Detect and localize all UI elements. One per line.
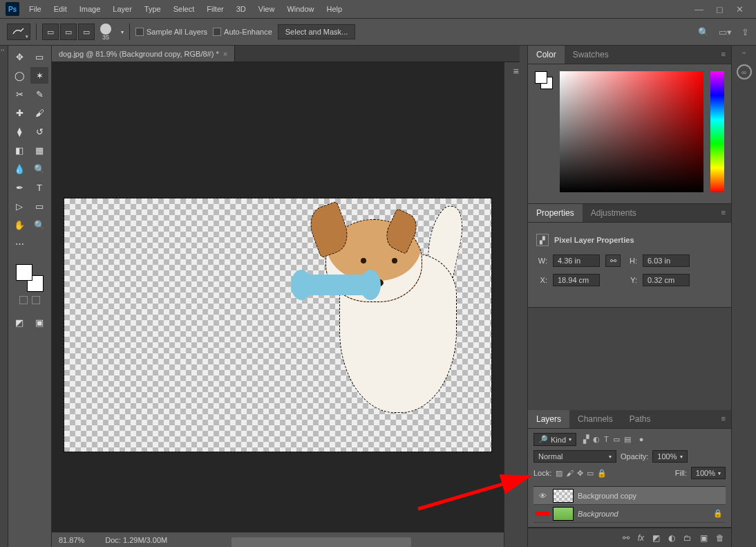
horizontal-scrollbar[interactable]	[231, 537, 411, 547]
new-selection-icon[interactable]: ▭	[42, 24, 59, 40]
delete-layer-icon[interactable]: 🗑	[716, 533, 724, 543]
window-minimize-icon[interactable]: —	[694, 4, 703, 15]
new-layer-icon[interactable]: ▣	[700, 533, 708, 543]
lock-transparency-icon[interactable]: ▨	[556, 469, 563, 478]
visibility-toggle-icon[interactable]: 👁	[536, 492, 549, 500]
add-mask-icon[interactable]: ◩	[652, 533, 660, 543]
collapsed-dock-strip[interactable]: ≡	[504, 46, 528, 547]
prop-w-field[interactable]: 4.36 in	[553, 254, 600, 267]
close-tab-icon[interactable]: ×	[223, 50, 227, 58]
layers-panel-menu-icon[interactable]: ≡	[716, 410, 731, 428]
filter-smart-icon[interactable]: ▤	[624, 435, 631, 444]
filter-pixel-icon[interactable]: ▞	[583, 435, 589, 444]
sample-all-layers-checkbox[interactable]: Sample All Layers	[135, 28, 207, 36]
status-zoom[interactable]: 81.87%	[59, 536, 84, 544]
link-dimensions-icon[interactable]: ⚯	[605, 254, 621, 267]
lock-position-icon[interactable]: ✥	[577, 469, 583, 478]
status-doc-size[interactable]: Doc: 1.29M/3.00M	[105, 536, 167, 544]
prop-x-field[interactable]: 18.94 cm	[553, 274, 600, 286]
prop-y-field[interactable]: 0.32 cm	[643, 274, 690, 286]
gradient-tool-icon[interactable]: ▦	[30, 142, 48, 158]
layer-name-label[interactable]: Background	[578, 510, 709, 518]
layers-tab[interactable]: Layers	[528, 410, 569, 428]
menu-window[interactable]: Window	[281, 2, 319, 16]
current-tool-icon[interactable]: ▾	[7, 24, 30, 40]
swatches-tab[interactable]: Swatches	[565, 46, 617, 64]
creative-cloud-icon[interactable]: ∞	[737, 64, 752, 80]
dodge-tool-icon[interactable]: 🔍	[30, 160, 48, 177]
workspace-switcher-icon[interactable]: ▭▾	[719, 27, 732, 37]
move-tool-icon[interactable]: ✥	[10, 48, 28, 65]
lasso-tool-icon[interactable]: ◯	[10, 67, 28, 84]
far-right-dock-strip[interactable]: ∞	[732, 46, 756, 547]
lock-paint-icon[interactable]: 🖌	[566, 469, 574, 478]
window-close-icon[interactable]: ✕	[736, 4, 744, 15]
blend-mode-dropdown[interactable]: Normal▾	[533, 450, 616, 463]
color-tab[interactable]: Color	[528, 46, 565, 64]
quick-mask-icon[interactable]: ◩	[10, 314, 28, 331]
menu-edit[interactable]: Edit	[48, 2, 73, 16]
properties-tab[interactable]: Properties	[528, 204, 583, 222]
properties-panel-menu-icon[interactable]: ≡	[716, 204, 731, 222]
lock-all-icon[interactable]: 🔒	[597, 469, 607, 478]
color-field[interactable]	[560, 71, 703, 192]
menu-view[interactable]: View	[253, 2, 281, 16]
path-selection-tool-icon[interactable]: ▷	[10, 198, 28, 214]
menu-image[interactable]: Image	[74, 2, 106, 16]
search-icon[interactable]: 🔍	[698, 27, 709, 37]
new-group-icon[interactable]: 🗀	[683, 533, 692, 543]
edit-toolbar-icon[interactable]: ⋯	[10, 235, 28, 252]
swap-colors-icon[interactable]	[32, 296, 40, 304]
menu-type[interactable]: Type	[139, 2, 167, 16]
pen-tool-icon[interactable]: ✒	[10, 179, 28, 196]
filter-adjustment-icon[interactable]: ◐	[593, 435, 600, 444]
history-brush-tool-icon[interactable]: ↺	[30, 123, 48, 140]
filter-toggle-icon[interactable]: ●	[639, 435, 644, 444]
menu-help[interactable]: Help	[321, 2, 348, 16]
layer-row-background-copy[interactable]: 👁 Background copy	[533, 487, 726, 505]
type-tool-icon[interactable]: T	[30, 179, 48, 196]
history-panel-icon[interactable]: ≡	[509, 66, 523, 80]
layer-fx-icon[interactable]: fx	[638, 533, 644, 543]
prop-h-field[interactable]: 6.03 in	[643, 254, 690, 267]
brush-tool-icon[interactable]: 🖌	[30, 104, 48, 121]
new-adjustment-icon[interactable]: ◐	[668, 533, 675, 543]
shape-tool-icon[interactable]: ▭	[30, 198, 48, 214]
left-dock-strip[interactable]	[0, 46, 8, 547]
screen-mode-icon[interactable]: ▣	[30, 314, 48, 331]
link-layers-icon[interactable]: ⚯	[623, 533, 630, 543]
layer-filter-dropdown[interactable]: 🔎Kind▾	[533, 433, 576, 446]
menu-filter[interactable]: Filter	[201, 2, 229, 16]
layer-lock-icon[interactable]: 🔒	[713, 509, 723, 518]
menu-3d[interactable]: 3D	[231, 2, 252, 16]
lock-artboard-icon[interactable]: ▭	[587, 469, 594, 478]
foreground-background-swatch[interactable]	[16, 264, 44, 292]
window-maximize-icon[interactable]: ◻	[716, 4, 724, 15]
clone-stamp-tool-icon[interactable]: ⧫	[10, 123, 28, 140]
document-tab[interactable]: dog.jpg @ 81.9% (Background copy, RGB/8#…	[52, 46, 235, 62]
color-panel-swatch[interactable]	[535, 71, 553, 89]
auto-enhance-checkbox[interactable]: Auto-Enhance	[213, 28, 272, 36]
layer-thumbnail[interactable]	[553, 507, 574, 521]
layer-thumbnail[interactable]	[553, 489, 574, 503]
color-panel-menu-icon[interactable]: ≡	[716, 46, 731, 64]
select-and-mask-button[interactable]: Select and Mask...	[278, 24, 356, 39]
menu-file[interactable]: File	[23, 2, 47, 16]
subtract-selection-icon[interactable]: ▭	[78, 24, 95, 40]
menu-select[interactable]: Select	[168, 2, 200, 16]
filter-type-icon[interactable]: T	[604, 435, 609, 444]
share-icon[interactable]: ⇪	[741, 27, 749, 37]
brush-picker-caret-icon[interactable]: ▾	[121, 29, 124, 35]
hand-tool-icon[interactable]: ✋	[10, 216, 28, 233]
brush-preview[interactable]: 35	[100, 24, 111, 41]
fill-field[interactable]: 100%▾	[691, 467, 726, 479]
default-colors-icon[interactable]	[19, 296, 28, 304]
document-canvas[interactable]	[64, 198, 491, 452]
quick-selection-tool-icon[interactable]: ✶	[30, 67, 48, 84]
paths-tab[interactable]: Paths	[621, 410, 659, 428]
crop-tool-icon[interactable]: ✂	[10, 86, 28, 102]
filter-shape-icon[interactable]: ▭	[613, 435, 620, 444]
add-selection-icon[interactable]: ▭	[60, 24, 77, 40]
blur-tool-icon[interactable]: 💧	[10, 160, 28, 177]
opacity-field[interactable]: 100%▾	[652, 450, 687, 463]
